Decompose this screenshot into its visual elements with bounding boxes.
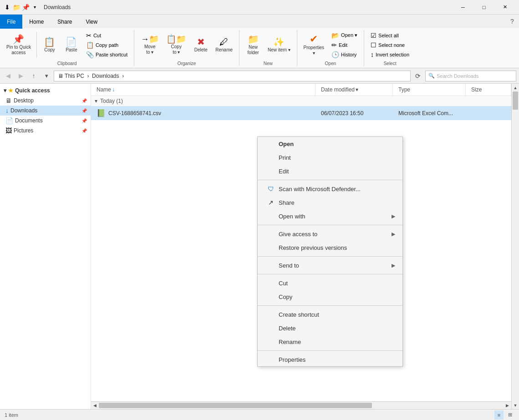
minimize-button[interactable]: ─ (453, 0, 473, 15)
ctx-properties[interactable]: Properties (258, 353, 402, 366)
col-name[interactable]: Name ↓ (91, 84, 315, 96)
tab-home[interactable]: Home (22, 15, 51, 29)
pin-quick-access-button[interactable]: 📌 Pin to Quickaccess (4, 33, 34, 57)
search-box[interactable]: 🔍 Search Downloads (425, 71, 516, 81)
cut-button[interactable]: ✂ Cut (83, 31, 130, 40)
v-scroll-down[interactable]: ▼ (512, 401, 519, 409)
organize-group: →📁 Moveto ▾ 📋📁 Copyto ▾ ✖ Delete 🖊 Renam… (134, 30, 239, 66)
nav-item-documents[interactable]: 📄 Documents 📌 (0, 116, 91, 126)
new-item-button[interactable]: ✨ New item ▾ (265, 35, 293, 55)
h-scrollbar[interactable]: ◀ ▶ (91, 401, 511, 409)
ctx-copy-label: Copy (279, 293, 292, 300)
h-scroll-right[interactable]: ▶ (504, 402, 511, 410)
nav-item-pictures[interactable]: 🖼 Pictures 📌 (0, 126, 91, 136)
col-size[interactable]: Size (466, 84, 511, 96)
up-button[interactable]: ↑ (28, 71, 39, 81)
select-group: ☑ Select all ☐ Select none ↕ Invert sele… (364, 30, 416, 66)
edit-button[interactable]: ✏ Edit (329, 40, 360, 50)
open-content: ✔ Properties▾ 📂 Open ▾ ✏ Edit 🕒 History (301, 30, 361, 60)
nav-item-desktop[interactable]: 🖥 Desktop 📌 (0, 96, 91, 106)
invert-selection-label: Invert selection (376, 52, 409, 57)
ctx-sep4 (258, 274, 402, 274)
address-path[interactable]: 🖥 This PC › Downloads › (54, 71, 411, 81)
delete-button[interactable]: ✖ Delete (191, 35, 211, 55)
tab-file[interactable]: File (0, 15, 22, 29)
ctx-copy-icon (267, 293, 275, 301)
table-row[interactable]: 📗 CSV-1688658741.csv 06/07/2023 16:50 Mi… (91, 106, 511, 120)
new-folder-button[interactable]: 📁 Newfolder (243, 33, 263, 57)
ctx-restore-versions[interactable]: Restore previous versions (258, 241, 402, 254)
desktop-icon: 🖥 (5, 97, 12, 104)
refresh-button[interactable]: ⟳ (412, 71, 423, 81)
pin-icon: 📌 (22, 4, 29, 11)
move-to-button[interactable]: →📁 Moveto ▾ (138, 33, 162, 57)
copy-path-label: Copy path (96, 42, 118, 48)
copy-button[interactable]: 📋 Copy (40, 35, 60, 55)
paste-shortcut-button[interactable]: 📎 Paste shortcut (83, 50, 130, 59)
ctx-scan[interactable]: 🛡 Scan with Microsoft Defender... (258, 182, 402, 196)
quick-access-header[interactable]: ▾ ★ Quick access (0, 86, 91, 96)
ctx-share[interactable]: ↗ Share (258, 196, 402, 209)
file-list-header: Name ↓ Date modified ▾ Type Size (91, 84, 511, 96)
recent-arrow[interactable]: ▾ (41, 71, 52, 81)
ctx-rename-label: Rename (279, 339, 301, 345)
copy-to-label: Copyto ▾ (171, 44, 182, 55)
ctx-create-shortcut[interactable]: Create shortcut (258, 308, 402, 321)
copy-path-button[interactable]: 📋 Copy path (83, 40, 130, 50)
nav-item-downloads[interactable]: ↓ Downloads 📌 (0, 106, 91, 116)
history-button[interactable]: 🕒 History (329, 50, 360, 59)
help-button[interactable]: ? (505, 15, 519, 28)
ctx-cut-icon (267, 279, 275, 287)
pictures-pin-icon: 📌 (81, 128, 87, 133)
ctx-copy[interactable]: Copy (258, 290, 402, 304)
ctx-open-with[interactable]: Open with ▶ (258, 209, 402, 223)
ctx-give-access[interactable]: Give access to ▶ (258, 227, 402, 241)
invert-selection-button[interactable]: ↕ Invert selection (368, 50, 412, 59)
file-name-text: CSV-1688658741.csv (108, 110, 161, 116)
back-button[interactable]: ◀ (3, 71, 14, 81)
ctx-cut[interactable]: Cut (258, 276, 402, 290)
pin-small-icon: ▾ (31, 4, 38, 11)
ctx-delete[interactable]: Delete (258, 321, 402, 335)
close-button[interactable]: ✕ (494, 0, 515, 15)
group-label: Today (1) (100, 98, 123, 104)
invert-selection-icon: ↕ (371, 51, 374, 58)
ctx-rename[interactable]: Rename (258, 335, 402, 349)
maximize-button[interactable]: □ (473, 0, 494, 15)
ctx-give-access-label: Give access to (279, 231, 317, 238)
col-type[interactable]: Type (393, 84, 466, 96)
sep1 (36, 32, 37, 58)
details-view-button[interactable]: ⊞ (505, 410, 514, 420)
ctx-send-to[interactable]: Send to ▶ (258, 258, 402, 272)
tab-share[interactable]: Share (51, 15, 79, 29)
ctx-edit[interactable]: Edit (258, 164, 402, 178)
ctx-open[interactable]: Open (258, 137, 402, 151)
ctx-restore-icon (267, 243, 275, 252)
properties-button[interactable]: ✔ Properties▾ (301, 32, 327, 58)
delete-icon: ✖ (197, 37, 205, 46)
copy-icon: 📋 (44, 37, 55, 46)
paste-button[interactable]: 📄 Paste (61, 35, 81, 55)
open-group-label: Open (301, 60, 361, 66)
col-name-label: Name (97, 86, 111, 93)
forward-button[interactable]: ▶ (15, 71, 26, 81)
ctx-delete-label: Delete (279, 325, 296, 332)
ctx-print[interactable]: Print (258, 151, 402, 164)
rename-button[interactable]: 🖊 Rename (213, 35, 235, 55)
open-small-button[interactable]: 📂 Open ▾ (329, 31, 360, 40)
history-label: History (341, 52, 356, 57)
v-scroll-up[interactable]: ▲ (512, 84, 519, 91)
ctx-edit-icon (267, 167, 275, 175)
documents-icon: 📄 (5, 117, 13, 124)
file-group-today[interactable]: ▾ Today (1) (91, 96, 511, 106)
list-view-button[interactable]: ≡ (494, 410, 504, 420)
h-scroll-left[interactable]: ◀ (91, 402, 99, 410)
copy-to-button[interactable]: 📋📁 Copyto ▾ (163, 33, 189, 57)
tab-view[interactable]: View (79, 15, 104, 29)
ctx-open-label: Open (279, 141, 294, 147)
ctx-share-label: Share (279, 199, 295, 206)
select-all-button[interactable]: ☑ Select all (368, 31, 412, 40)
quick-access-label: Quick access (15, 87, 50, 94)
col-date[interactable]: Date modified ▾ (315, 84, 393, 96)
select-none-button[interactable]: ☐ Select none (368, 40, 412, 50)
